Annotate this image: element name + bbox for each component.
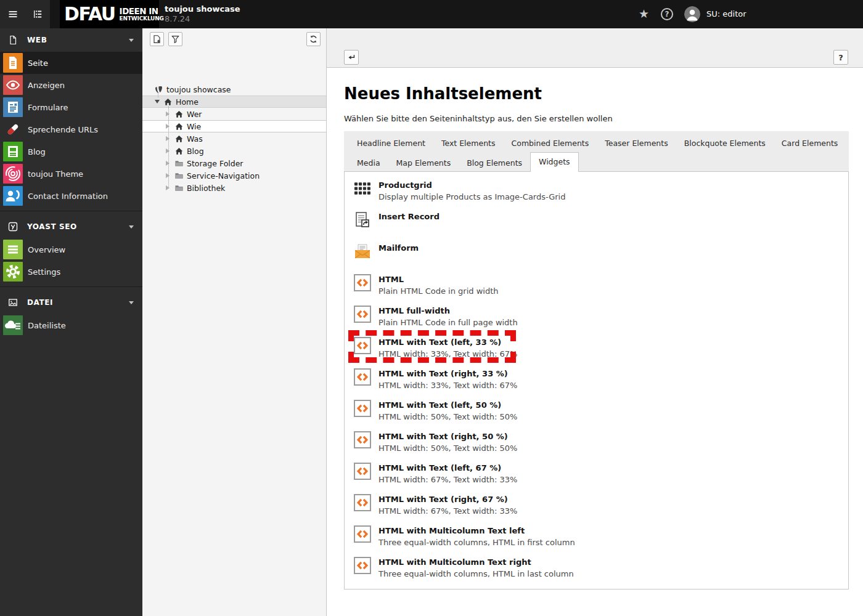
blog-icon (3, 142, 23, 161)
home-icon (174, 122, 184, 131)
tab-blockquote-elements[interactable]: Blockquote Elements (676, 135, 774, 152)
content-element-html-with-text-left-67[interactable]: HTML with Text (left, 67 %) HTML width: … (354, 463, 848, 485)
sidebar-item-seite[interactable]: Seite (0, 52, 142, 74)
tree-node-wie[interactable]: Wie (142, 120, 326, 132)
content-element-desc: HTML width: 67%, Text width: 33% (378, 506, 848, 516)
refresh-icon[interactable] (306, 32, 321, 46)
sidebar-item-toujou-theme[interactable]: toujou Theme (0, 163, 142, 185)
module-sidebar: WEB Seite Anzeigen Formulare Spre (0, 28, 142, 616)
mailform-icon (354, 243, 371, 260)
content-element-desc: HTML width: 50%, Text width: 50% (378, 412, 848, 422)
section-label: WEB (27, 36, 47, 44)
expand-arrow-icon[interactable] (166, 111, 173, 116)
tree-node-was[interactable]: Was (142, 132, 326, 145)
avatar[interactable] (684, 6, 700, 22)
tab-headline-element[interactable]: Headline Element (349, 135, 433, 152)
content-element-insert-record[interactable]: Insert Record (354, 211, 848, 234)
tab-combined-elements[interactable]: Combined Elements (504, 135, 597, 152)
expand-arrow-icon[interactable] (166, 148, 173, 153)
logo-tagline: IDEEN IN ENTWICKLUNG (120, 7, 164, 22)
gear-icon (3, 262, 23, 282)
html-icon (354, 274, 371, 291)
new-page-icon[interactable] (150, 32, 164, 46)
user-menu[interactable]: SU: editor (706, 9, 746, 18)
content-element-title: HTML full-width (378, 306, 848, 316)
content-element-title: HTML with Text (right, 50 %) (378, 431, 848, 442)
content-element-html-with-text-right-33[interactable]: HTML with Text (right, 33 %) HTML width:… (354, 368, 848, 391)
sidebar-section-web[interactable]: WEB (0, 28, 142, 52)
productgrid-icon (354, 180, 371, 197)
tab-widgets[interactable]: Widgets (530, 152, 579, 172)
content-element-html-multicolumn-left[interactable]: HTML with Multicolumn Text left Three eq… (354, 525, 848, 548)
sidebar-item-settings[interactable]: Settings (0, 261, 142, 283)
bookmark-star-icon[interactable]: ★ (639, 7, 649, 20)
content-element-html-full-width[interactable]: HTML full-width Plain HTML Code in full … (354, 306, 848, 328)
content-element-title: HTML with Text (right, 33 %) (378, 368, 848, 379)
typo3-backend: DFAU IDEEN IN ENTWICKLUNG toujou showcas… (0, 0, 863, 616)
contact-icon (3, 186, 23, 206)
content-element-html[interactable]: HTML Plain HTML Code in grid width (354, 274, 848, 297)
image-icon (8, 298, 18, 307)
tree-node-home[interactable]: Home (142, 95, 326, 108)
sidebar-section-yoast-seo[interactable]: YOAST SEO (0, 215, 142, 238)
menu-toggle-icon[interactable] (8, 9, 18, 19)
collapse-arrow-icon[interactable] (155, 100, 162, 103)
tab-teaser-elements[interactable]: Teaser Elements (597, 135, 676, 152)
content-element-html-with-text-left-33[interactable]: HTML with Text (left, 33 %) HTML width: … (354, 337, 848, 360)
expand-arrow-icon[interactable] (166, 173, 173, 178)
tree-node-blog[interactable]: Blog (142, 145, 326, 157)
tree-node-service-navigation[interactable]: Service-Navigation (142, 169, 326, 182)
tree-node-label: Home (176, 97, 198, 107)
back-return-icon[interactable] (344, 50, 359, 65)
typo3-logo-icon (154, 85, 163, 94)
tree-node-storage-folder[interactable]: Storage Folder (142, 157, 326, 169)
content-element-title: HTML with Text (left, 67 %) (378, 463, 848, 473)
sidebar-item-sprechende-urls[interactable]: Sprechende URLs (0, 118, 142, 140)
page-tree: toujou showcase Home Wer (142, 83, 326, 194)
tab-map-elements[interactable]: Map Elements (388, 155, 459, 171)
sidebar-item-blog[interactable]: Blog (0, 140, 142, 163)
tree-node-wer[interactable]: Wer (142, 108, 326, 120)
tree-root[interactable]: toujou showcase (142, 83, 326, 95)
sidebar-item-dateiliste[interactable]: Dateiliste (0, 314, 142, 336)
content-area: ? Neues Inhaltselement Wählen Sie bitte … (327, 28, 863, 616)
yoast-module-icon (8, 222, 18, 232)
folder-icon (174, 159, 184, 168)
tab-media[interactable]: Media (349, 155, 388, 171)
expand-arrow-icon[interactable] (166, 136, 173, 141)
tab-text-elements[interactable]: Text Elements (433, 135, 504, 152)
docheader-help-icon[interactable]: ? (833, 50, 848, 65)
typo3-version: 8.7.24 (165, 14, 240, 24)
html-icon (354, 494, 371, 511)
sidebar-item-contact-information[interactable]: Contact Information (0, 185, 142, 207)
content-element-title: Insert Record (378, 211, 848, 222)
content-element-html-with-text-right-50[interactable]: HTML with Text (right, 50 %) HTML width:… (354, 431, 848, 454)
content-element-desc: HTML width: 67%, Text width: 33% (378, 475, 848, 485)
docheader: ? (327, 28, 863, 68)
expand-arrow-icon[interactable] (166, 161, 173, 166)
pagetree-toggle-icon[interactable] (33, 9, 43, 19)
pill-icon (3, 120, 23, 139)
sidebar-item-overview[interactable]: Overview (0, 238, 142, 261)
help-icon[interactable]: ? (661, 8, 673, 20)
filter-icon[interactable] (168, 32, 182, 46)
section-divider (0, 211, 142, 211)
content-element-mailform[interactable]: Mailform (354, 243, 848, 265)
sidebar-item-anzeigen[interactable]: Anzeigen (0, 74, 142, 96)
tab-blog-elements[interactable]: Blog Elements (459, 155, 530, 171)
sidebar-item-formulare[interactable]: Formulare (0, 96, 142, 118)
expand-arrow-icon[interactable] (166, 185, 173, 190)
content-element-productgrid[interactable]: Productgrid Display multiple Products as… (354, 180, 848, 203)
expand-arrow-icon[interactable] (166, 124, 173, 129)
chevron-down-icon (129, 39, 134, 42)
tab-row-1: Headline Element Text Elements Combined … (349, 134, 844, 153)
content-element-desc: HTML width: 33%, Text width: 67% (378, 349, 848, 359)
tree-node-bibliothek[interactable]: Bibliothek (142, 182, 326, 194)
tab-card-elements[interactable]: Card Elements (774, 135, 846, 152)
content-element-html-with-text-left-50[interactable]: HTML with Text (left, 50 %) HTML width: … (354, 400, 848, 423)
sidebar-section-datei[interactable]: DATEI (0, 291, 142, 314)
home-icon (163, 97, 173, 107)
content-element-html-with-text-right-67[interactable]: HTML with Text (right, 67 %) HTML width:… (354, 494, 848, 517)
tab-row-2: Media Map Elements Blog Elements Widgets (349, 153, 844, 171)
content-element-html-multicolumn-right[interactable]: HTML with Multicolumn Text right Three e… (354, 557, 848, 580)
